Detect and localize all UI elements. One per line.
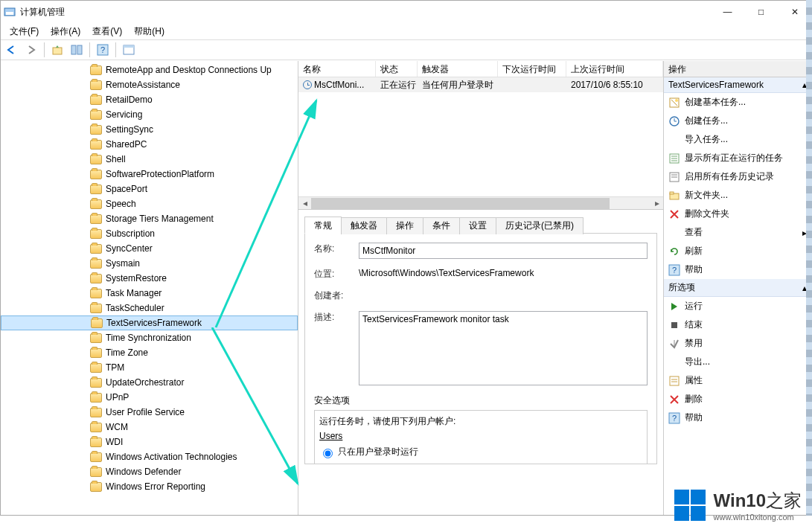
action-item[interactable]: 创建基本任务... [664,93,811,112]
tree-item[interactable]: TPM [1,360,298,375]
actions-section-1[interactable]: TextServicesFramework ▴ [664,77,811,93]
tree-item[interactable]: Time Zone [1,345,298,360]
tree-item[interactable]: TaskScheduler [1,301,298,315]
tree-item[interactable]: Task Manager [1,286,298,301]
col-name[interactable]: 名称 [298,61,376,77]
folder-icon [90,423,102,432]
center-panel: 名称 状态 触发器 下次运行时间 上次运行时间 MsCtfMoni... 正在运… [298,61,664,515]
action-item[interactable]: 导入任务... [664,130,811,149]
action-item[interactable]: ?帮助 [664,408,811,427]
action-item[interactable]: 查看▸ [664,223,811,242]
tree-item[interactable]: RemoteAssistance [1,77,298,92]
pane-button[interactable] [121,42,137,58]
svg-point-10 [675,99,678,102]
back-button[interactable] [4,42,20,58]
maximize-button[interactable]: □ [744,1,778,23]
tree-item-label: Servicing [106,109,142,120]
folder-icon [90,304,102,313]
scroll-track[interactable] [311,197,650,210]
col-state[interactable]: 状态 [376,61,418,77]
radio-logged-on-input[interactable] [323,449,333,458]
tree-item[interactable]: RetailDemo [1,92,298,107]
tab-ops[interactable]: 操作 [386,217,423,234]
action-label: 删除文件夹 [685,208,807,220]
scroll-thumb[interactable] [311,198,610,209]
tree-item[interactable]: Servicing [1,107,298,122]
col-last[interactable]: 上次运行时间 [566,61,663,77]
action-item[interactable]: 结束 [664,315,811,334]
tree-item[interactable]: TextServicesFramework [1,315,298,330]
action-item[interactable]: 禁用 [664,334,811,353]
action-item[interactable]: 属性 [664,371,811,390]
action-item[interactable]: 显示所有正在运行的任务 [664,149,811,167]
action-item[interactable]: 刷新 [664,242,811,260]
help-icon[interactable]: ? [95,42,111,58]
radio-2-input[interactable] [323,464,333,464]
radio-logged-on[interactable]: 只在用户登录时运行 [319,446,642,458]
action-item[interactable]: 启用所有任务历史记录 [664,167,811,186]
tree-item[interactable]: SharedPC [1,137,298,152]
tree-item[interactable]: Windows Defender [1,464,298,479]
minimize-button[interactable]: — [711,1,744,23]
tree-item[interactable]: UpdateOrchestrator [1,375,298,390]
window-buttons: — □ ✕ [711,1,811,23]
tree-sidebar[interactable]: RemoteApp and Desktop Connections UpRemo… [1,61,298,515]
tree-item[interactable]: Windows Error Reporting [1,479,298,494]
tab-cond[interactable]: 条件 [423,217,460,234]
menu-file[interactable]: 文件(F) [5,24,43,39]
action-item[interactable]: 导出... [664,353,811,371]
tree-item[interactable]: Sysmain [1,256,298,271]
name-field[interactable]: MsCtfMonitor [359,243,648,259]
tab-general[interactable]: 常规 [304,217,342,234]
tree-item[interactable]: Speech [1,196,298,211]
tab-triggers[interactable]: 触发器 [341,217,387,234]
disable-icon [668,338,680,350]
tree-item[interactable]: Subscription [1,226,298,241]
tree-item[interactable]: SpacePort [1,182,298,196]
action-item[interactable]: 删除文件夹 [664,205,811,223]
actions-section-2[interactable]: 所选项 ▴ [664,279,811,297]
tree-item[interactable]: Shell [1,152,298,167]
folder-icon [90,95,102,105]
scroll-left-icon[interactable]: ◂ [298,197,311,210]
tree-item[interactable]: UPnP [1,390,298,405]
tree-item-label: WCM [106,422,128,432]
action-item[interactable]: 新文件夹... [664,186,811,205]
action-item[interactable]: 创建任务... [664,112,811,130]
tree-item[interactable]: User Profile Service [1,405,298,420]
task-row[interactable]: MsCtfMoni... 正在运行 当任何用户登录时 2017/10/6 8:5… [298,77,663,92]
tab-history[interactable]: 历史记录(已禁用) [496,217,584,234]
tree-item[interactable]: Storage Tiers Management [1,211,298,226]
menu-action[interactable]: 操作(A) [46,24,85,39]
forward-button[interactable] [23,42,39,58]
action-label: 创建基本任务... [685,96,807,109]
tree-item[interactable]: RemoteApp and Desktop Connections Up [1,63,298,77]
section1-title: TextServicesFramework [668,80,764,90]
scroll-right-icon[interactable]: ▸ [650,197,663,210]
tree-item[interactable]: Time Synchronization [1,330,298,345]
action-item[interactable]: 删除 [664,390,811,408]
show-hide-button[interactable] [68,42,85,58]
tree-item[interactable]: WDI [1,435,298,449]
tab-settings[interactable]: 设置 [459,217,496,234]
tree-item-label: Windows Activation Technologies [106,452,237,462]
menu-view[interactable]: 查看(V) [88,24,127,39]
desc-field[interactable]: TextServicesFramework monitor task [359,311,648,385]
tree-item[interactable]: SystemRestore [1,271,298,286]
radio-row-2[interactable]: … [319,461,642,464]
tree-item[interactable]: WCM [1,420,298,435]
tree-item[interactable]: Windows Activation Technologies [1,449,298,464]
menu-help[interactable]: 帮助(H) [130,24,169,39]
col-trigger[interactable]: 触发器 [418,61,498,77]
action-item[interactable]: 运行 [664,297,811,315]
folder-icon [90,229,102,239]
actions-list-2: 运行结束禁用导出...属性删除?帮助 [664,297,811,427]
action-item[interactable]: ?帮助 [664,260,811,279]
up-button[interactable] [49,42,65,58]
horizontal-scrollbar[interactable]: ◂ ▸ [298,196,663,209]
tree-item[interactable]: SoftwareProtectionPlatform [1,167,298,182]
detail-body: 名称: MsCtfMonitor 位置: \Microsoft\Windows\… [304,234,657,464]
col-next[interactable]: 下次运行时间 [498,61,566,77]
tree-item[interactable]: SettingSync [1,122,298,137]
tree-item[interactable]: SyncCenter [1,241,298,256]
